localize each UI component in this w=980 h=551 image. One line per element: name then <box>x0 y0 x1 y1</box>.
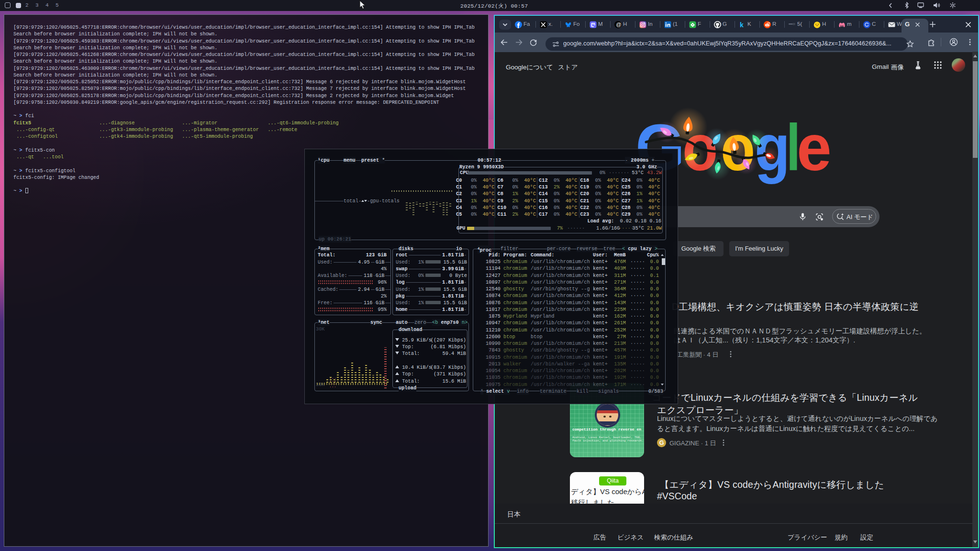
svg-text:@: @ <box>616 22 621 27</box>
svg-text:k: k <box>740 21 744 28</box>
